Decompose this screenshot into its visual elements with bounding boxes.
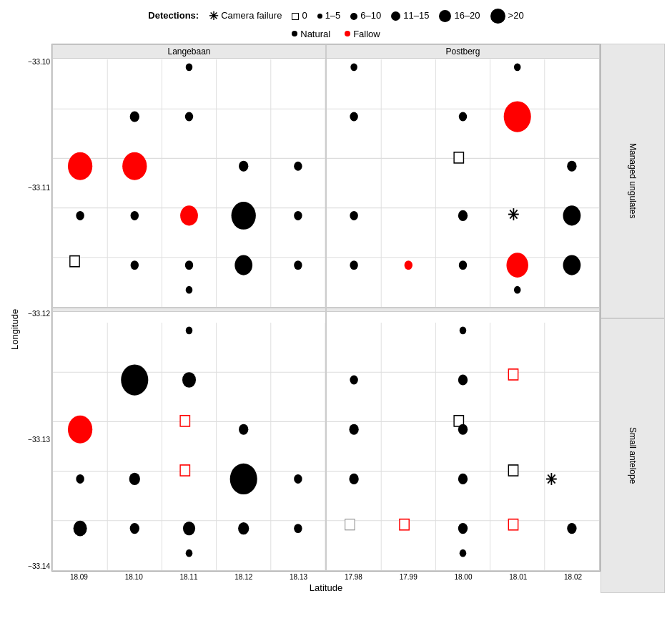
point	[121, 364, 148, 395]
asterisk-icon: ✳	[209, 7, 218, 26]
point	[186, 63, 193, 71]
plot-area: Longitude −33.10 −33.11 −33.12 −33.13 −3…	[7, 44, 665, 593]
right-label-managed: Managed ungulates	[601, 44, 665, 318]
point	[294, 260, 302, 270]
point	[232, 202, 256, 230]
panel-title-langebaan-bottom	[53, 308, 325, 312]
point	[130, 111, 139, 122]
x-ticks-right: 17.98 17.99 18.00 18.01 18.02	[326, 573, 601, 581]
plot-inner: Langebaan	[51, 44, 601, 593]
dot-medium-icon	[350, 13, 357, 20]
point	[460, 326, 467, 334]
x-axis-label: Latitude	[51, 582, 601, 593]
point	[131, 211, 139, 220]
panel-svg-bl	[53, 323, 325, 570]
point	[238, 522, 249, 534]
y-tick-1: −33.10	[28, 58, 50, 66]
point	[563, 205, 581, 225]
legend-gt20: >20	[490, 9, 524, 24]
point-sq-open	[345, 519, 355, 529]
point	[458, 523, 468, 534]
point	[185, 260, 193, 270]
point	[460, 549, 467, 557]
point	[349, 424, 358, 434]
point-asterisk: ✳	[545, 471, 557, 488]
y-tick-2: −33.11	[28, 184, 50, 192]
point	[122, 152, 147, 180]
legend-fallow: Fallow	[345, 29, 380, 39]
panel-svg-tr: ✳	[327, 59, 599, 307]
point	[514, 63, 521, 71]
point	[230, 463, 257, 494]
point	[185, 112, 193, 121]
point	[234, 255, 252, 275]
dot-large-icon	[391, 11, 400, 21]
panel-langebaan-small	[52, 308, 326, 571]
panel-postberg-small: ✳	[326, 308, 600, 571]
point	[76, 211, 84, 220]
point	[186, 285, 193, 293]
point	[129, 472, 140, 484]
point	[350, 260, 357, 270]
point	[131, 260, 139, 270]
x-axis-container: 18.09 18.10 18.11 18.12 18.13 17.98 17.9…	[51, 573, 601, 581]
point	[458, 210, 468, 220]
panel-svg-tl	[53, 59, 325, 307]
point-sq-red3	[508, 519, 518, 529]
point	[239, 424, 248, 434]
dot-xlarge-icon	[439, 10, 451, 22]
x-axis-labels: 18.09 18.10 18.11 18.12 18.13 17.98 17.9…	[51, 573, 601, 581]
legend-6-10: 6–10	[350, 9, 381, 24]
point	[458, 424, 468, 434]
point-sq-red	[508, 368, 518, 379]
point-square	[454, 152, 463, 162]
y-axis-label: Longitude	[7, 44, 21, 593]
square-open-icon	[292, 13, 299, 20]
point	[349, 473, 358, 484]
legend-1-5: 1–5	[317, 9, 341, 24]
point	[405, 260, 412, 270]
y-tick-4: −33.13	[28, 436, 50, 444]
point	[294, 524, 302, 533]
legend-11-15: 11–15	[391, 9, 429, 24]
point-sq-red2	[180, 465, 189, 476]
legend-natural: Natural	[292, 29, 330, 39]
point	[76, 474, 84, 484]
point-sq-black2	[508, 465, 518, 476]
panel-title-langebaan: Langebaan	[53, 45, 325, 59]
point	[68, 415, 92, 443]
point	[506, 253, 528, 278]
x-ticks-left: 18.09 18.10 18.11 18.12 18.13	[51, 573, 326, 581]
point	[186, 549, 193, 557]
panel-title-postberg: Postberg	[327, 45, 599, 59]
point	[504, 101, 531, 132]
legend-natural-fallow: Natural Fallow	[7, 29, 665, 39]
panel-title-postberg-bottom	[327, 308, 599, 312]
panel-postberg-managed: Postberg	[326, 44, 600, 308]
point	[183, 521, 195, 534]
point	[350, 63, 357, 71]
point	[514, 285, 521, 293]
point	[74, 520, 87, 536]
legend-detections-label: Detections:	[148, 9, 199, 24]
point-sq-red4	[400, 519, 409, 529]
point	[458, 374, 468, 385]
point	[350, 375, 357, 384]
y-tick-5: −33.14	[28, 562, 50, 570]
dot-xxlarge-icon	[490, 9, 505, 24]
dot-small-icon	[317, 14, 322, 19]
point-square	[70, 255, 79, 266]
point	[563, 255, 581, 275]
point	[458, 473, 468, 484]
panel-langebaan-managed: Langebaan	[52, 44, 326, 308]
point	[459, 112, 467, 121]
point	[239, 160, 248, 171]
point-asterisk: ✳	[508, 206, 519, 223]
point	[294, 474, 302, 484]
point	[350, 211, 357, 220]
legend-0: 0	[292, 9, 307, 24]
point	[182, 372, 196, 388]
right-labels: Managed ungulates Small antelope	[601, 44, 665, 593]
point	[180, 205, 198, 225]
point	[186, 326, 193, 334]
